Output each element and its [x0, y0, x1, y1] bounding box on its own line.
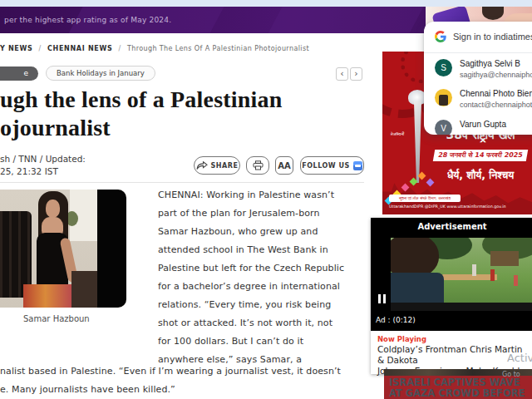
photo-caption: Samar Hazboun: [23, 314, 90, 323]
headline-line2: ojournalist: [0, 114, 357, 142]
promo-banner-text: per the highest app rating as of May 202…: [4, 16, 171, 24]
photo-person-face: [46, 200, 60, 218]
ad-dates: 28 जनवरी से 14 फरवरी 2025: [433, 150, 528, 161]
window-sill: [391, 303, 532, 311]
ad-department-label: सूचना एवं लोक संपर्क विभाग, उत्तराखंड: [389, 195, 461, 202]
advertisement-label: Advertisement: [371, 222, 532, 231]
account-option-3[interactable]: V Varun Gupta: [435, 120, 506, 135]
news-banner-line2: AT GAZA CROWD BEFORE: [389, 387, 525, 399]
avatar-photo: [439, 95, 448, 106]
font-size-button[interactable]: AA: [275, 156, 293, 175]
body-line: CHENNAI: Working in Palestine wasn’t: [158, 190, 367, 208]
follow-label: FOLLOW US: [302, 162, 349, 170]
video-scene-figure: [490, 269, 495, 281]
follow-us-button[interactable]: FOLLOW US: [300, 156, 364, 175]
activate-windows-watermark: Activ: [507, 352, 532, 364]
body-line: part of the plan for Jerusalem-born: [158, 208, 367, 226]
google-logo-icon: [435, 31, 446, 42]
share-arrow-icon: [196, 161, 208, 170]
pause-button[interactable]: [378, 294, 386, 303]
avatar: V: [435, 120, 452, 135]
body-line: for 100 dollars. But I can’t do it: [158, 336, 367, 354]
ad-slogan: धैर्य, शौर्य, निश्चय: [429, 169, 532, 182]
chips-next-button[interactable]: ›: [350, 67, 362, 81]
photo-desk: [71, 271, 100, 308]
banner-sheen: [261, 7, 429, 33]
body-line: attended school in The West Bank in: [158, 244, 367, 263]
breadcrumb-chennai-news[interactable]: CHENNAI NEWS: [47, 45, 113, 52]
account-name: Varun Gupta: [460, 120, 506, 129]
byline-line1: sh / TNN / Updated:: [0, 153, 86, 165]
account-option-2[interactable]: Chennai Photo Bienna contact@chennaiphot: [435, 89, 532, 109]
body-line: Samar Hazboun, who grew up and: [158, 226, 367, 244]
avatar: S: [435, 59, 452, 76]
video-player: Advertisement Ad : (0:12): [371, 218, 532, 331]
breadcrumb-city-news[interactable]: Y NEWS: [0, 45, 33, 52]
printer-icon: [253, 160, 264, 170]
header-divider: [0, 182, 364, 183]
activate-windows-watermark: Go to: [502, 371, 520, 378]
video-scene-hut: [490, 251, 519, 266]
ad-social-row: UttarakhandDIPR @DIPR_UK www.uttarainfor…: [389, 204, 530, 209]
avatar: [435, 89, 452, 106]
account-email: contact@chennaiphot: [460, 101, 532, 109]
body-line-wide: e. Many journalists have been killed.”: [0, 384, 175, 395]
body-line: shot or attacked. It’s not worth it, not: [158, 318, 367, 336]
article-body-column: CHENNAI: Working in Palestine wasn’t par…: [158, 190, 367, 372]
byline-line2: 25, 21:32 IST: [0, 165, 86, 178]
account-name: Sagithya Selvi B: [460, 59, 532, 68]
chip-bank-holidays[interactable]: Bank Holidays in January: [46, 66, 155, 81]
torch-label: तेजस्विनी: [384, 131, 411, 137]
video-frame[interactable]: [391, 238, 532, 311]
share-label: SHARE: [211, 162, 239, 170]
signin-popup-title: Sign in to indiatimes.c: [453, 32, 532, 42]
article-byline: sh / TNN / Updated: 25, 21:32 IST: [0, 153, 86, 178]
article-headline: ugh the lens of a Palestinian ojournalis…: [0, 86, 357, 142]
video-scene-figure: [472, 264, 476, 276]
breadcrumb: Y NEWS / CHENNAI NEWS / Through The Lens…: [0, 45, 309, 52]
article-photo: [0, 190, 126, 308]
google-news-icon: [353, 161, 362, 170]
news-banner-line1: ISRAELI CAPTIVES WAVE: [389, 377, 520, 388]
body-line-wide: nalist based in Palestine. “Even if I’m …: [0, 366, 341, 377]
browser-top-strip: [0, 0, 532, 7]
photo-person-skirt: [23, 284, 78, 308]
boy-silhouette: [391, 238, 439, 278]
share-button[interactable]: SHARE: [194, 156, 240, 175]
headline-line1: ugh the lens of a Palestinian: [0, 86, 357, 114]
body-line: for a bachelor’s degree in international: [158, 281, 367, 299]
video-scene-log: [442, 274, 497, 280]
photo-black-panel: [97, 190, 126, 308]
account-option-1[interactable]: S Sagithya Selvi B sagithya@chennaipho: [435, 59, 532, 79]
body-line: relations. “Every time, you risk being: [158, 299, 367, 318]
breadcrumb-separator: /: [118, 45, 121, 52]
trending-label-pill[interactable]: e: [0, 66, 38, 81]
video-ad-card: Advertisement Ad : (0:12) Now Playing Co…: [371, 218, 532, 374]
ad-timer: Ad : (0:12): [376, 316, 416, 324]
account-email: sagithya@chennaipho: [460, 71, 532, 79]
popup-divider: [424, 52, 532, 53]
breadcrumb-current-page: Through The Lens Of A Palestinian Photoj…: [127, 45, 309, 52]
video-scene-figure: [514, 275, 518, 286]
israel-news-banner[interactable]: ISRAELI CAPTIVES WAVE AT GAZA CROWD BEFO…: [384, 376, 532, 399]
now-playing-label: Now Playing: [377, 335, 426, 343]
google-signin-popup: Sign in to indiatimes.c S Sagithya Selvi…: [424, 22, 532, 135]
breadcrumb-separator: /: [39, 45, 42, 52]
print-button[interactable]: [246, 156, 269, 175]
account-name: Chennai Photo Bienna: [460, 89, 532, 98]
body-line: Palestine but left for the Czech Republi…: [158, 263, 367, 281]
chips-prev-button[interactable]: ‹: [336, 67, 348, 81]
person-graphic: [482, 7, 504, 20]
